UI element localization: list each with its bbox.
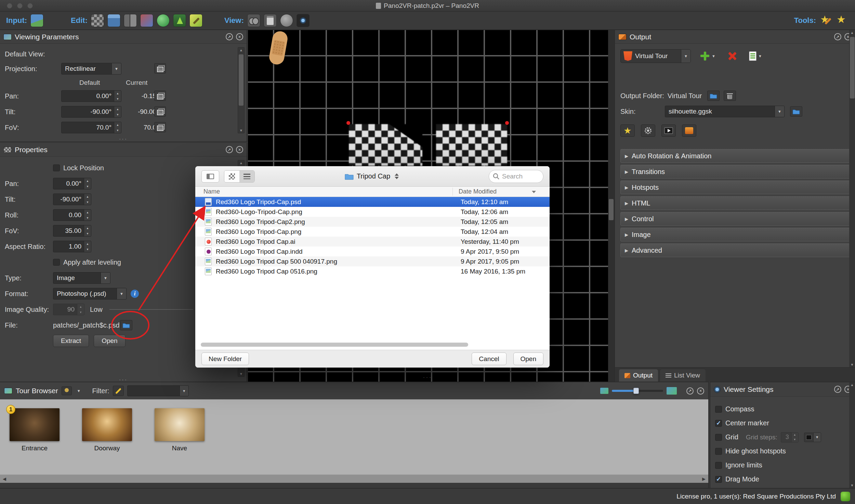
- open-patch-button[interactable]: Open: [94, 335, 125, 347]
- section-auto-rotation[interactable]: ▶Auto Rotation & Animation: [620, 149, 850, 163]
- fov-default-stepper[interactable]: 70.0° ▲▼: [61, 122, 121, 133]
- clipboard-view-icon[interactable]: [264, 14, 277, 27]
- preview-cube-button[interactable]: [154, 106, 166, 117]
- extract-button[interactable]: Extract: [53, 335, 89, 347]
- stepper-arrows[interactable]: ▲▼: [84, 241, 91, 252]
- scroll-thumb[interactable]: [239, 54, 244, 106]
- tour-horizontal-scrollbar[interactable]: ◀ ▶: [0, 475, 708, 483]
- icon-view-button[interactable]: [224, 171, 239, 182]
- tour-item-nave[interactable]: Nave: [155, 408, 205, 475]
- minimize-window-button[interactable]: [17, 3, 23, 9]
- viewer-settings-scrollbar[interactable]: ▲ ▼: [849, 382, 855, 488]
- scroll-thumb[interactable]: [850, 37, 855, 98]
- thumbnail-zoom-slider[interactable]: [612, 390, 663, 392]
- pan-default-stepper[interactable]: 0.00° ▲▼: [61, 90, 121, 102]
- stepper-arrows[interactable]: ▲▼: [84, 225, 91, 236]
- panel-splitter-handle[interactable]: ···: [119, 136, 128, 142]
- grid-checkbox[interactable]: [715, 434, 722, 441]
- skin-editor-button[interactable]: ★: [620, 124, 635, 137]
- file-row[interactable]: Red360 Logo Tripod Cap 500 040917.png 9 …: [195, 256, 550, 266]
- stepper-arrows[interactable]: ▲▼: [114, 106, 121, 117]
- file-row[interactable]: Red360 Logo Tripod Cap.indd 9 Apr 2017, …: [195, 247, 550, 256]
- globe-view-icon[interactable]: [280, 14, 293, 27]
- stepper-arrows[interactable]: ▲▼: [84, 178, 91, 189]
- float-panel-icon[interactable]: ↗: [686, 387, 694, 395]
- close-panel-icon[interactable]: ×: [697, 387, 704, 395]
- image-quality-stepper[interactable]: 90 ▲▼: [53, 304, 84, 315]
- prop-tilt-stepper[interactable]: -90.00° ▲▼: [53, 194, 91, 205]
- section-html[interactable]: ▶HTML: [620, 196, 850, 210]
- lock-position-checkbox[interactable]: [53, 164, 60, 171]
- slider-thumb[interactable]: [633, 388, 639, 394]
- info-icon[interactable]: i: [131, 290, 139, 298]
- close-panel-icon[interactable]: ×: [236, 146, 243, 153]
- filter-text-field[interactable]: [128, 386, 180, 396]
- skin-editor-tool-icon[interactable]: [819, 14, 832, 27]
- dialog-horizontal-scrollbar[interactable]: [201, 343, 468, 347]
- binoculars-view-icon[interactable]: [247, 14, 260, 27]
- close-window-button[interactable]: [7, 3, 12, 9]
- tour-node-type-icon[interactable]: [62, 386, 72, 395]
- float-panel-icon[interactable]: ↗: [226, 33, 233, 40]
- float-panel-icon[interactable]: ↗: [226, 146, 233, 153]
- section-advanced[interactable]: ▶Advanced: [620, 243, 850, 257]
- scroll-left-icon[interactable]: ◀: [3, 476, 6, 481]
- center-marker-checkbox[interactable]: [715, 420, 722, 427]
- output-folder-delete-button[interactable]: [724, 91, 736, 101]
- add-output-icon[interactable]: [700, 51, 710, 61]
- drag-mode-checkbox[interactable]: [715, 476, 722, 483]
- zoom-out-thumbnail-icon[interactable]: [600, 388, 608, 394]
- file-row[interactable]: Red360 Logo Tripod-Cap.psd Today, 12:10 …: [195, 197, 550, 207]
- list-view-button[interactable]: [239, 171, 254, 182]
- column-divider[interactable]: [452, 188, 453, 196]
- toggle-sidebar-button[interactable]: [201, 170, 219, 183]
- panorama-thumbnail[interactable]: [82, 408, 132, 441]
- stepper-arrows[interactable]: ▲▼: [114, 122, 121, 133]
- wand-tool-icon[interactable]: [836, 14, 849, 27]
- scroll-thumb[interactable]: [609, 199, 614, 220]
- patch-corner-marker[interactable]: [505, 121, 509, 125]
- preview-cube-button[interactable]: [154, 91, 166, 101]
- license-status-icon[interactable]: [841, 492, 850, 501]
- file-row[interactable]: Red360-Logo-Tripod-Cap.png Today, 12:06 …: [195, 207, 550, 217]
- section-image[interactable]: ▶Image: [620, 228, 850, 241]
- file-row[interactable]: Red360 Logo Tripod Cap.ai Yesterday, 11:…: [195, 237, 550, 247]
- patch-tool-icon[interactable]: [91, 14, 104, 27]
- stepper-arrows[interactable]: ▲▼: [114, 91, 121, 102]
- prop-fov-stepper[interactable]: 35.00 ▲▼: [53, 225, 91, 237]
- tilt-default-stepper[interactable]: -90.00° ▲▼: [61, 106, 121, 118]
- section-hotspots[interactable]: ▶Hotspots: [620, 181, 850, 194]
- skin-preview-button[interactable]: [661, 124, 676, 137]
- tour-item-doorway[interactable]: Doorway: [82, 408, 132, 475]
- date-modified-column-header[interactable]: Date Modified: [459, 188, 497, 195]
- patches-table-icon[interactable]: [107, 14, 120, 27]
- section-transitions[interactable]: ▶Transitions: [620, 165, 850, 178]
- browse-file-folder-button[interactable]: [120, 320, 132, 330]
- compass-checkbox[interactable]: [715, 406, 722, 413]
- dialog-open-button[interactable]: Open: [513, 353, 543, 365]
- panorama-thumbnail[interactable]: [10, 408, 60, 441]
- skin-dropdown[interactable]: silhouette.ggsk ▼: [665, 106, 785, 117]
- output-format-dropdown[interactable]: Virtual Tour ▼: [620, 49, 691, 63]
- preview-view-icon[interactable]: [297, 14, 310, 27]
- generate-output-icon[interactable]: [749, 51, 757, 61]
- tab-output[interactable]: Output: [619, 369, 658, 382]
- prop-pan-stepper[interactable]: 0.00° ▲▼: [53, 178, 91, 189]
- cancel-button[interactable]: Cancel: [472, 353, 506, 365]
- preview-cube-button[interactable]: [154, 63, 166, 74]
- format-dropdown[interactable]: Photoshop (.psd) ▼: [53, 288, 127, 300]
- prop-aspect-stepper[interactable]: 1.00 ▲▼: [53, 241, 91, 252]
- ignore-limits-checkbox[interactable]: [715, 462, 722, 469]
- tour-item-entrance[interactable]: 1 Entrance: [10, 408, 60, 475]
- file-row[interactable]: Red360 Logo Tripod Cap 0516.png 16 May 2…: [195, 266, 550, 276]
- delete-output-icon[interactable]: [727, 51, 737, 61]
- input-panorama-icon[interactable]: [30, 14, 43, 27]
- float-panel-icon[interactable]: ↗: [834, 33, 841, 40]
- skin-browse-button[interactable]: [790, 106, 802, 117]
- location-dropdown[interactable]: Tripod Cap: [345, 172, 399, 180]
- zoom-window-button[interactable]: [27, 3, 33, 9]
- section-control[interactable]: ▶Control: [620, 212, 850, 226]
- stepper-arrows[interactable]: ▲▼: [84, 210, 91, 221]
- edit-pencil-icon[interactable]: [189, 14, 202, 27]
- new-folder-button[interactable]: New Folder: [201, 353, 249, 365]
